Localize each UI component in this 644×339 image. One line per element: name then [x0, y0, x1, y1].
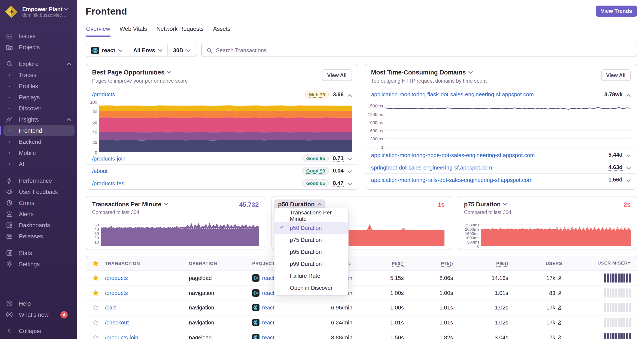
date-range-label: 30D: [173, 47, 184, 53]
menu-item-p99-duration[interactable]: p99 Duration: [274, 258, 348, 270]
row-link[interactable]: application-monitoring-rails-dot-sales-e…: [371, 177, 604, 183]
menu-item-p50-duration[interactable]: ✓p50 Duration: [274, 222, 348, 234]
org-name: Empower Plant: [22, 6, 62, 12]
column-header-star[interactable]: [86, 260, 105, 267]
sidebar-item-stats[interactable]: Stats: [0, 247, 77, 259]
sidebar-item-settings[interactable]: Settings: [0, 259, 77, 270]
column-header-p75[interactable]: P75(): [408, 261, 457, 266]
star-icon[interactable]: [92, 290, 99, 296]
menu-item-p95-duration[interactable]: p95 Duration: [274, 246, 348, 258]
transaction-link[interactable]: /checkout: [105, 319, 129, 326]
sidebar-item-traces[interactable]: Traces: [0, 69, 77, 80]
sidebar-item-explore[interactable]: Explore: [0, 58, 77, 69]
chevron-down-icon[interactable]: [626, 151, 631, 159]
column-header-p95[interactable]: P95(): [457, 261, 512, 266]
chevron-up-icon[interactable]: [348, 90, 352, 98]
domain-link[interactable]: application-monitoring-flask-dot-sales-e…: [371, 91, 600, 98]
chevron-down-icon[interactable]: [626, 176, 631, 184]
search-input[interactable]: [216, 47, 632, 53]
sidebar-item-profiles[interactable]: Profiles: [0, 80, 77, 92]
sidebar-item-issues[interactable]: Issues: [0, 30, 77, 41]
page-link[interactable]: /products: [92, 91, 301, 98]
page-row[interactable]: /about Good 99 0.04: [86, 164, 358, 177]
chevron-down-icon[interactable]: [348, 155, 352, 162]
sidebar-item-performance[interactable]: Performance: [0, 175, 77, 186]
sidebar-item-dashboards[interactable]: Dashboards: [0, 220, 77, 231]
menu-item-failure-rate[interactable]: Failure Rate: [274, 270, 348, 282]
sidebar-item-user-feedback[interactable]: User Feedback: [0, 186, 77, 197]
sidebar-item-mobile[interactable]: Mobile: [0, 147, 77, 158]
project-link[interactable]: react: [262, 305, 274, 311]
sidebar-item-insights[interactable]: Insights: [0, 114, 77, 125]
sidebar-item-ai[interactable]: AI: [0, 158, 77, 169]
panel-title[interactable]: Best Page Opportunities: [92, 69, 352, 76]
sidebar-item-frontend[interactable]: Frontend: [0, 125, 77, 136]
menu-item-open-in-discover[interactable]: Open in Discover: [274, 282, 348, 294]
row-link[interactable]: application-monitoring-node-dot-sales-en…: [371, 152, 604, 158]
star-icon[interactable]: [92, 260, 99, 267]
star-icon[interactable]: [92, 275, 99, 281]
menu-item-transactions-per-minute[interactable]: Transactions Per Minute: [274, 210, 348, 222]
transaction-link[interactable]: /products: [105, 275, 128, 281]
chevron-down-icon: [158, 49, 162, 51]
chevron-down-icon[interactable]: [348, 179, 352, 187]
domain-row[interactable]: springboot-dot-sales-engineering-sf.apps…: [365, 161, 637, 173]
tab-assets[interactable]: Assets: [212, 26, 231, 37]
tab-overview[interactable]: Overview: [86, 26, 111, 37]
date-range-filter[interactable]: 30D: [168, 44, 196, 56]
column-header-operation[interactable]: OPERATION: [189, 261, 252, 266]
sidebar-item-replays[interactable]: Replays: [0, 92, 77, 103]
transaction-link[interactable]: /products-join: [105, 334, 138, 339]
row-link[interactable]: springboot-dot-sales-engineering-sf.apps…: [371, 164, 604, 171]
page-row-expanded[interactable]: /products Meh 79 3.66: [86, 88, 358, 101]
tab-network-requests[interactable]: Network Requests: [156, 26, 204, 37]
table-row: /cart navigation react 6.96/min 1.00s 1.…: [86, 300, 637, 315]
column-header-transaction[interactable]: TRANSACTION: [105, 261, 189, 266]
project-link[interactable]: react: [262, 334, 274, 339]
project-link[interactable]: react: [262, 275, 274, 281]
transaction-link[interactable]: /cart: [105, 305, 116, 311]
chevron-up-icon[interactable]: [626, 90, 631, 98]
view-all-button[interactable]: View All: [601, 69, 631, 81]
sidebar-item-discover[interactable]: Discover: [0, 103, 77, 114]
chevron-down-icon[interactable]: [348, 167, 352, 175]
view-trends-button[interactable]: View Trends: [596, 5, 637, 17]
column-header-users[interactable]: USERS: [512, 261, 566, 266]
sidebar-item-releases[interactable]: Releases: [0, 231, 77, 242]
sidebar-item-crons[interactable]: Crons: [0, 197, 77, 208]
page-row[interactable]: /products-fes Good 95 0.47: [86, 177, 358, 189]
project-link[interactable]: react: [262, 319, 274, 326]
sidebar-item-collapse[interactable]: Collapse: [0, 325, 77, 337]
sidebar-item-what-s-new[interactable]: What's new4: [0, 309, 77, 320]
panel-title[interactable]: Most Time-Consuming Domains: [371, 69, 631, 76]
chevron-down-icon[interactable]: [626, 164, 631, 171]
menu-item-p75-duration[interactable]: p75 Duration: [274, 234, 348, 246]
env-filter[interactable]: All Envs: [128, 44, 168, 56]
row-link[interactable]: /about: [92, 168, 298, 174]
tpm-metric-selector[interactable]: Transactions Per Minute: [92, 201, 168, 208]
star-icon[interactable]: [92, 305, 99, 311]
p75-metric-selector[interactable]: p75 Duration: [464, 201, 508, 208]
tab-web-vitals[interactable]: Web Vitals: [119, 26, 148, 37]
row-link[interactable]: /products-join: [92, 155, 298, 162]
star-icon[interactable]: [92, 334, 99, 339]
domain-row-expanded[interactable]: application-monitoring-flask-dot-sales-e…: [365, 88, 637, 101]
search-icon: [6, 60, 13, 67]
column-header-p50[interactable]: P50(): [357, 261, 408, 266]
column-header-misery[interactable]: USER MISERY: [566, 260, 637, 266]
page-row[interactable]: /products-join Good 95 0.71: [86, 152, 358, 164]
transaction-link[interactable]: /products: [105, 290, 128, 296]
project-link[interactable]: react: [262, 290, 274, 296]
view-all-button[interactable]: View All: [322, 69, 352, 81]
sidebar-item-help[interactable]: Help: [0, 298, 77, 309]
org-switcher[interactable]: Empower Plant dominik.buszowiec…: [0, 0, 77, 25]
domain-row[interactable]: application-monitoring-node-dot-sales-en…: [365, 149, 637, 161]
star-icon[interactable]: [92, 319, 99, 326]
project-filter[interactable]: react: [86, 44, 128, 56]
sidebar-item-backend[interactable]: Backend: [0, 136, 77, 147]
sidebar-item-alerts[interactable]: Alerts: [0, 208, 77, 220]
domain-row[interactable]: application-monitoring-rails-dot-sales-e…: [365, 173, 637, 186]
sidebar-item-projects[interactable]: Projects: [0, 41, 77, 53]
row-link[interactable]: /products-fes: [92, 180, 298, 186]
p50-value: 1s: [438, 201, 445, 208]
